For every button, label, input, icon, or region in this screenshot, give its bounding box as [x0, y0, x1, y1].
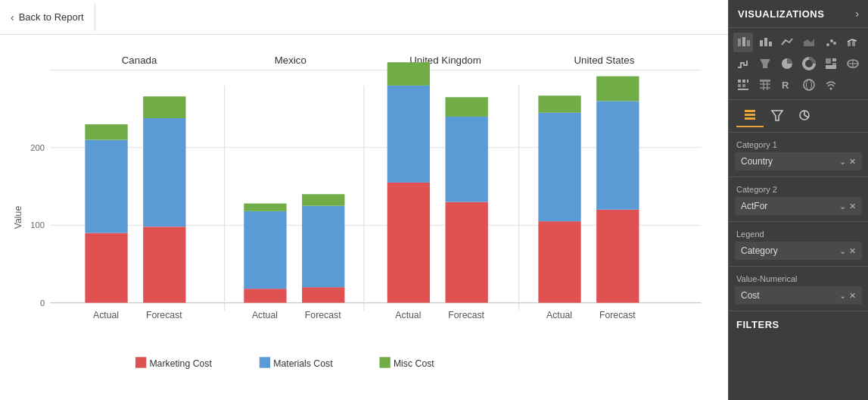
svg-rect-32: [747, 80, 748, 83]
svg-rect-18: [848, 42, 851, 46]
viz-icon-donut[interactable]: [799, 54, 819, 73]
dropdown-chevron-icon4: ⌄: [839, 291, 846, 301]
y-axis-label: Value: [13, 206, 23, 230]
mexico-actual-label: Actual: [252, 310, 278, 320]
us-actual-materials: [538, 113, 580, 221]
category2-field-group: Category 2 ActFor ⌄ ✕: [729, 177, 868, 222]
category1-value: Country: [741, 156, 773, 167]
viz-icon-globe[interactable]: [799, 75, 819, 95]
mexico-forecast-misc: [302, 194, 344, 205]
y-tick-0: 0: [40, 298, 45, 308]
legend-misc-label: Misc Cost: [394, 358, 434, 369]
dropdown-close-icon[interactable]: ✕: [849, 157, 856, 167]
chart-svg: Value 0 100 200 Canada: [8, 35, 720, 400]
svg-rect-30: [738, 80, 741, 83]
svg-marker-14: [804, 39, 814, 46]
svg-marker-20: [760, 59, 770, 68]
svg-point-16: [830, 39, 833, 42]
svg-rect-34: [742, 84, 745, 87]
value-numerical-value: Cost: [741, 290, 760, 301]
viz-icon-table[interactable]: [755, 75, 775, 95]
svg-rect-9: [742, 37, 745, 46]
viz-icon-line[interactable]: [777, 33, 797, 52]
svg-rect-13: [769, 42, 772, 46]
svg-point-17: [833, 42, 836, 45]
viz-icon-bar[interactable]: [755, 33, 775, 52]
uk-forecast-marketing: [446, 202, 488, 303]
filter-tab-btn[interactable]: [764, 105, 791, 127]
canada-actual-materials: [85, 140, 127, 233]
category2-value: ActFor: [741, 201, 767, 211]
category2-dropdown[interactable]: ActFor ⌄ ✕: [735, 197, 862, 215]
back-to-report-button[interactable]: ‹ Back to Report: [0, 4, 95, 31]
svg-rect-23: [826, 58, 831, 64]
svg-rect-12: [764, 38, 767, 46]
legend-materials-label: Materials Cost: [273, 358, 333, 369]
svg-marker-48: [772, 111, 782, 120]
viz-icon-r-script[interactable]: R: [777, 75, 797, 95]
svg-point-15: [826, 43, 829, 46]
mexico-actual-misc: [244, 204, 286, 211]
viz-icon-map[interactable]: [843, 54, 863, 73]
viz-icon-scatter[interactable]: [821, 33, 841, 52]
canada-forecast-marketing: [143, 227, 185, 302]
fields-section: Category 1 Country ⌄ ✕ Category 2 ActFor…: [729, 133, 868, 311]
canada-actual-label: Actual: [93, 310, 119, 320]
panel-title: VISUALIZATIONS: [738, 8, 824, 20]
viz-icon-stacked-bar[interactable]: [733, 33, 753, 52]
legend-dropdown-icons: ⌄ ✕: [839, 246, 856, 256]
right-panel: VISUALIZATIONS ›: [728, 0, 868, 400]
legend-materials-icon: [260, 357, 270, 367]
viz-icons-grid: R: [729, 28, 868, 100]
canada-forecast-label: Forecast: [146, 310, 182, 320]
viz-icon-pie[interactable]: [777, 54, 797, 73]
dropdown-chevron-icon2: ⌄: [839, 202, 846, 211]
svg-point-42: [804, 80, 814, 90]
value-numerical-dropdown-icons: ⌄ ✕: [839, 291, 856, 301]
panel-header: VISUALIZATIONS ›: [729, 0, 868, 28]
uk-forecast-materials: [446, 117, 488, 202]
svg-rect-24: [832, 58, 836, 61]
viz-icon-waterfall[interactable]: [733, 54, 753, 73]
mexico-actual-materials: [244, 211, 286, 289]
main-area: ‹ Back to Report Value 0 100 200: [0, 0, 728, 400]
dropdown-chevron-icon: ⌄: [839, 157, 846, 167]
filters-title: FILTERS: [736, 319, 779, 330]
legend-value: Category: [741, 245, 778, 256]
legend-field-label: Legend: [729, 227, 868, 240]
svg-rect-36: [760, 80, 770, 82]
viz-icon-combo[interactable]: [843, 33, 863, 52]
value-numerical-label: Value-Numerical: [729, 271, 868, 285]
svg-rect-46: [745, 114, 755, 116]
category2-dropdown-icons: ⌄ ✕: [839, 202, 856, 211]
analytics-tab-btn[interactable]: [791, 105, 818, 127]
viz-icon-area[interactable]: [799, 33, 819, 52]
dropdown-close-icon4[interactable]: ✕: [849, 291, 856, 301]
legend-field-group: Legend Category ⌄ ✕: [729, 222, 868, 267]
viz-icon-funnel[interactable]: [755, 54, 775, 73]
viz-icon-wifi[interactable]: [821, 75, 841, 95]
canada-forecast-misc: [143, 96, 185, 118]
panel-chevron-icon[interactable]: ›: [855, 8, 859, 20]
us-forecast-misc: [596, 77, 639, 102]
dropdown-close-icon2[interactable]: ✕: [849, 202, 856, 211]
legend-dropdown[interactable]: Category ⌄ ✕: [735, 242, 862, 260]
y-tick-200: 200: [30, 143, 45, 152]
canada-forecast-materials: [143, 118, 185, 227]
mexico-forecast-label: Forecast: [305, 310, 341, 320]
us-actual-marketing: [538, 221, 580, 303]
fields-tab-btn[interactable]: [736, 105, 764, 127]
svg-rect-33: [738, 84, 741, 87]
category1-dropdown-icons: ⌄ ✕: [839, 157, 856, 167]
value-numerical-dropdown[interactable]: Cost ⌄ ✕: [735, 286, 862, 305]
us-actual-misc: [538, 95, 580, 113]
value-numerical-field-group: Value-Numerical Cost ⌄ ✕: [729, 267, 868, 311]
category1-label: Category 1: [729, 137, 868, 151]
dropdown-close-icon3[interactable]: ✕: [849, 246, 856, 256]
legend-marketing-icon: [135, 357, 146, 367]
viz-icon-treemap[interactable]: [821, 54, 841, 73]
viz-icon-matrix[interactable]: [733, 75, 753, 95]
category1-dropdown[interactable]: Country ⌄ ✕: [735, 152, 862, 170]
back-arrow-icon: ‹: [11, 11, 14, 23]
svg-rect-45: [745, 110, 755, 112]
